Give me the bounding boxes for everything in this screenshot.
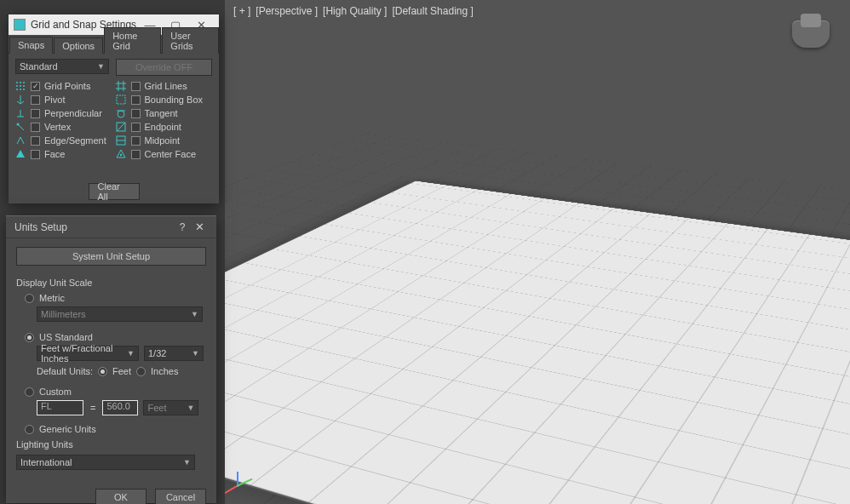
grid-points-checkbox[interactable] <box>31 82 40 91</box>
custom-radio[interactable] <box>25 387 34 397</box>
bounding-box-icon <box>116 94 126 105</box>
endpoint-checkbox[interactable] <box>131 123 141 132</box>
axis-gizmo <box>233 472 259 497</box>
chevron-down-icon: ▼ <box>183 458 191 467</box>
vertex-label: Vertex <box>44 122 112 132</box>
svg-point-2 <box>23 82 25 83</box>
center-face-checkbox[interactable] <box>131 150 141 159</box>
svg-point-14 <box>118 111 124 117</box>
inches-label: Inches <box>151 366 178 376</box>
endpoint-label: Endpoint <box>145 122 213 132</box>
viewport-shading[interactable]: [Default Shading ] <box>392 5 473 17</box>
vertex-icon <box>15 122 26 132</box>
viewport-view-mode[interactable]: [Perspective ] <box>256 5 318 17</box>
svg-line-19 <box>117 123 125 131</box>
app-icon <box>14 19 26 31</box>
svg-point-1 <box>20 82 21 83</box>
svg-point-3 <box>16 85 18 87</box>
viewport-object-plane <box>225 180 850 504</box>
face-checkbox[interactable] <box>31 150 40 159</box>
tangent-icon <box>116 108 126 118</box>
us-standard-radio[interactable] <box>25 333 34 342</box>
svg-point-24 <box>119 154 121 156</box>
grid-points-label: Grid Points <box>44 81 112 91</box>
feet-radio[interactable] <box>98 367 107 376</box>
custom-left-input[interactable]: FL <box>37 400 83 415</box>
svg-marker-22 <box>16 150 25 158</box>
center-face-icon <box>116 149 126 159</box>
svg-point-6 <box>16 89 18 90</box>
chevron-down-icon: ▼ <box>192 349 199 358</box>
chevron-down-icon: ▼ <box>191 310 198 318</box>
generic-units-radio[interactable] <box>25 425 34 434</box>
equals-label: = <box>89 403 97 413</box>
units-setup-titlebar[interactable]: Units Setup ? ✕ <box>6 216 216 238</box>
svg-point-7 <box>20 89 21 90</box>
fraction-value: 1/32 <box>148 348 166 358</box>
chevron-down-icon: ▼ <box>187 404 195 412</box>
tab-snaps[interactable]: Snaps <box>9 37 53 54</box>
close-button[interactable]: ✕ <box>191 220 208 233</box>
midpoint-icon <box>116 135 126 146</box>
edge-segment-checkbox[interactable] <box>31 136 40 146</box>
us-units-value: Feet w/Fractional Inches <box>41 343 127 364</box>
custom-label: Custom <box>39 387 72 397</box>
metric-units-value: Millimeters <box>41 309 86 319</box>
pivot-label: Pivot <box>44 94 112 105</box>
viewcube[interactable] <box>792 20 830 48</box>
fraction-dropdown[interactable]: 1/32 ▼ <box>144 346 204 361</box>
grid-lines-icon <box>116 81 126 91</box>
bounding-box-label: Bounding Box <box>145 94 213 105</box>
metric-label: Metric <box>39 293 65 303</box>
pivot-icon <box>15 94 26 105</box>
inches-radio[interactable] <box>136 367 146 376</box>
bounding-box-checkbox[interactable] <box>131 95 141 105</box>
perpendicular-label: Perpendicular <box>44 108 112 118</box>
units-setup-dialog: Units Setup ? ✕ System Unit Setup Displa… <box>6 215 216 503</box>
viewport-quality[interactable]: [High Quality ] <box>323 5 387 17</box>
help-button[interactable]: ? <box>174 221 191 233</box>
us-standard-label: US Standard <box>39 332 93 342</box>
svg-point-5 <box>23 85 25 87</box>
tangent-label: Tangent <box>145 108 213 118</box>
grid-snap-tabs: Snaps Options Home Grid User Grids <box>9 35 219 54</box>
grid-lines-checkbox[interactable] <box>131 82 141 91</box>
pivot-checkbox[interactable] <box>31 95 40 105</box>
chevron-down-icon: ▼ <box>97 62 105 71</box>
ok-button[interactable]: OK <box>95 489 146 504</box>
metric-units-dropdown[interactable]: Millimeters ▼ <box>37 306 203 322</box>
svg-rect-13 <box>117 95 125 104</box>
default-units-label: Default Units: <box>37 366 93 376</box>
edge-segment-label: Edge/Segment <box>44 135 112 146</box>
snap-type-value: Standard <box>20 61 58 72</box>
override-off-button[interactable]: Override OFF <box>116 59 212 76</box>
tangent-checkbox[interactable] <box>131 109 141 118</box>
perpendicular-checkbox[interactable] <box>31 109 40 118</box>
lighting-units-dropdown[interactable]: International ▼ <box>16 455 195 470</box>
tab-user-grids[interactable]: User Grids <box>162 27 219 54</box>
edge-segment-icon <box>15 135 26 146</box>
grid-lines-label: Grid Lines <box>145 81 213 91</box>
midpoint-checkbox[interactable] <box>131 136 141 146</box>
face-label: Face <box>44 149 112 159</box>
tab-home-grid[interactable]: Home Grid <box>104 27 161 54</box>
viewport-3d[interactable]: [ + ] [Perspective ] [High Quality ] [De… <box>225 0 850 504</box>
vertex-checkbox[interactable] <box>31 123 40 132</box>
lighting-units-value: International <box>20 457 72 467</box>
custom-right-input[interactable]: 560.0 <box>102 400 138 415</box>
cancel-button[interactable]: Cancel <box>155 489 206 504</box>
tab-options[interactable]: Options <box>54 37 103 54</box>
grid-points-icon <box>15 81 26 91</box>
units-setup-title: Units Setup <box>14 221 67 233</box>
custom-unit-dropdown[interactable]: Feet ▼ <box>143 400 198 415</box>
viewport-label-bar[interactable]: [ + ] [Perspective ] [High Quality ] [De… <box>233 5 474 17</box>
snap-type-dropdown[interactable]: Standard ▼ <box>15 59 109 74</box>
us-units-dropdown[interactable]: Feet w/Fractional Inches ▼ <box>37 346 139 361</box>
viewport-corner-menu[interactable]: [ + ] <box>233 5 250 17</box>
clear-all-button[interactable]: Clear All <box>89 183 140 200</box>
system-unit-setup-button[interactable]: System Unit Setup <box>16 247 206 266</box>
metric-radio[interactable] <box>25 294 34 303</box>
svg-line-17 <box>18 124 24 130</box>
generic-units-label: Generic Units <box>39 424 96 434</box>
feet-label: Feet <box>112 366 131 376</box>
